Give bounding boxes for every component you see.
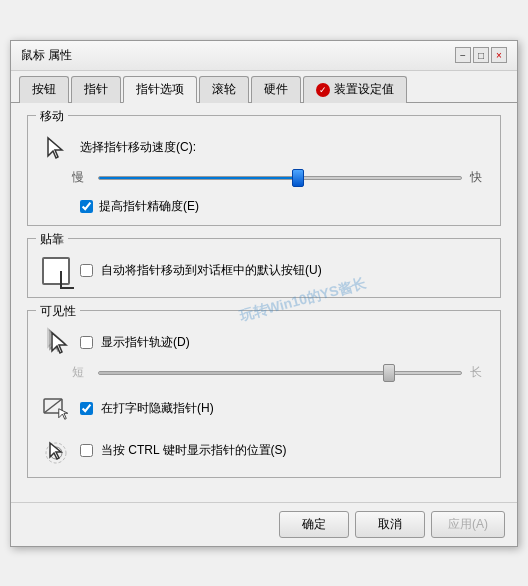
move-group-label: 移动: [36, 108, 68, 125]
tab-button[interactable]: 按钮: [19, 76, 69, 103]
hide-checkbox[interactable]: [80, 402, 93, 415]
svg-marker-0: [48, 138, 62, 158]
main-window: 鼠标 属性 − □ × 按钮 指针 指针选项 滚轮 硬件 装置设定值 玩转Win…: [10, 40, 518, 547]
content-area: 玩转Win10的YS酱长 移动 选择指针移动速度(C): 慢: [11, 103, 517, 502]
speed-slider-track: [98, 176, 462, 180]
fast-label: 快: [470, 169, 488, 186]
trail-slider[interactable]: [98, 363, 462, 383]
trail-slider-fill: [99, 372, 389, 374]
maximize-button[interactable]: □: [473, 47, 489, 63]
window-title: 鼠标 属性: [21, 47, 72, 64]
hide-row: 在打字时隐藏指针(H): [40, 393, 488, 425]
trail-row: 显示指针轨迹(D): [40, 327, 488, 359]
trail-checkbox[interactable]: [80, 336, 93, 349]
precision-label[interactable]: 提高指针精确度(E): [99, 198, 199, 215]
tab-pointer[interactable]: 指针: [71, 76, 121, 103]
tab-bar: 按钮 指针 指针选项 滚轮 硬件 装置设定值: [11, 71, 517, 103]
speed-slider-row: 慢 快: [72, 168, 488, 188]
precision-checkbox[interactable]: [80, 200, 93, 213]
title-bar: 鼠标 属性 − □ ×: [11, 41, 517, 71]
ctrl-checkbox[interactable]: [80, 444, 93, 457]
norton-icon: [316, 83, 330, 97]
snap-group-label: 贴靠: [36, 231, 68, 248]
snap-checkbox[interactable]: [80, 264, 93, 277]
tab-device-settings[interactable]: 装置设定值: [303, 76, 407, 103]
slow-label: 慢: [72, 169, 90, 186]
speed-label: 选择指针移动速度(C):: [80, 139, 196, 156]
ctrl-icon-box: [40, 435, 72, 467]
trail-short-label: 短: [72, 364, 90, 381]
hide-icon-box: [40, 393, 72, 425]
ctrl-icon: [40, 435, 72, 467]
move-group: 移动 选择指针移动速度(C): 慢 快: [27, 115, 501, 226]
speed-slider[interactable]: [98, 168, 462, 188]
tab-hardware[interactable]: 硬件: [251, 76, 301, 103]
speed-slider-thumb[interactable]: [292, 169, 304, 187]
speed-row: 选择指针移动速度(C):: [40, 132, 488, 164]
hide-label[interactable]: 在打字时隐藏指针(H): [101, 400, 214, 417]
ok-button[interactable]: 确定: [279, 511, 349, 538]
dialog-footer: 确定 取消 应用(A): [11, 502, 517, 546]
snap-icon-box: [40, 255, 72, 287]
svg-marker-3: [52, 333, 66, 353]
minimize-button[interactable]: −: [455, 47, 471, 63]
trail-label[interactable]: 显示指针轨迹(D): [101, 334, 190, 351]
precision-row: 提高指针精确度(E): [80, 198, 488, 215]
close-button[interactable]: ×: [491, 47, 507, 63]
tab-scroll[interactable]: 滚轮: [199, 76, 249, 103]
trail-slider-row: 短 长: [72, 363, 488, 383]
snap-row: 自动将指针移动到对话框中的默认按钮(U): [40, 255, 488, 287]
svg-marker-6: [59, 408, 68, 419]
visibility-group: 可见性 显示指针轨迹(D) 短: [27, 310, 501, 478]
arrow-icon: [42, 134, 70, 162]
ctrl-row: 当按 CTRL 键时显示指针的位置(S): [40, 435, 488, 467]
snap-icon: [42, 257, 70, 285]
trail-icon: [40, 327, 72, 359]
trail-icon-box: [40, 327, 72, 359]
visibility-group-label: 可见性: [36, 303, 80, 320]
move-icon-box: [40, 132, 72, 164]
apply-button[interactable]: 应用(A): [431, 511, 505, 538]
tab-pointer-options[interactable]: 指针选项: [123, 76, 197, 103]
trail-slider-track: [98, 371, 462, 375]
speed-slider-fill: [99, 177, 298, 179]
snap-label[interactable]: 自动将指针移动到对话框中的默认按钮(U): [101, 262, 322, 279]
trail-long-label: 长: [470, 364, 488, 381]
cancel-button[interactable]: 取消: [355, 511, 425, 538]
ctrl-label[interactable]: 当按 CTRL 键时显示指针的位置(S): [101, 442, 287, 459]
window-controls: − □ ×: [455, 47, 507, 63]
trail-slider-thumb[interactable]: [383, 364, 395, 382]
snap-group: 贴靠 自动将指针移动到对话框中的默认按钮(U): [27, 238, 501, 298]
hide-icon: [40, 393, 72, 425]
